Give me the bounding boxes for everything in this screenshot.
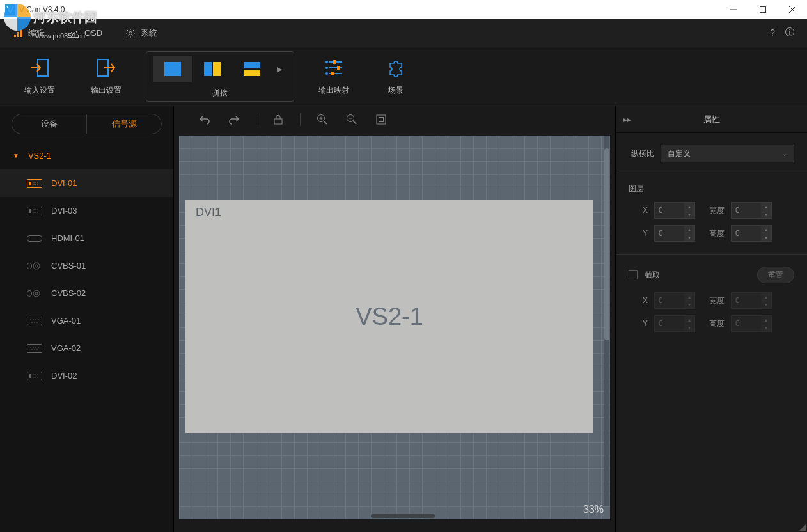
svg-point-46 bbox=[30, 319, 31, 320]
output-settings-button[interactable]: 输出设置 bbox=[79, 52, 133, 101]
canvas-viewport[interactable]: DVI1 VS2-1 33% bbox=[179, 136, 610, 519]
divider bbox=[256, 113, 256, 126]
reset-button[interactable]: 重置 bbox=[757, 267, 794, 283]
svg-rect-60 bbox=[29, 374, 31, 378]
crop-x-input[interactable]: ▲▼ bbox=[654, 292, 695, 309]
crop-width-label: 宽度 bbox=[701, 295, 725, 306]
svg-line-69 bbox=[324, 121, 327, 124]
svg-point-55 bbox=[35, 347, 36, 348]
source-item-label: HDMI-01 bbox=[51, 233, 84, 243]
source-item-dvi-03[interactable]: DVI-03 bbox=[0, 197, 173, 224]
chevron-right-icon: ▶ bbox=[277, 65, 282, 74]
scrollbar-horizontal[interactable] bbox=[179, 514, 604, 519]
crop-height-input[interactable]: ▲▼ bbox=[731, 315, 772, 332]
width-input[interactable]: ▲▼ bbox=[731, 202, 772, 219]
undo-button[interactable] bbox=[193, 109, 216, 130]
height-label: 高度 bbox=[701, 228, 725, 239]
svg-rect-18 bbox=[244, 70, 260, 76]
svg-point-8 bbox=[129, 31, 132, 35]
fit-button[interactable] bbox=[370, 109, 393, 130]
svg-point-50 bbox=[31, 322, 33, 323]
svg-rect-27 bbox=[331, 72, 334, 75]
help-button[interactable]: ? bbox=[770, 27, 775, 38]
crop-y-label: Y bbox=[634, 319, 648, 328]
menu-edit[interactable]: 编辑 bbox=[13, 27, 45, 39]
close-button[interactable] bbox=[778, 0, 807, 19]
splice-mode-horizontal[interactable] bbox=[232, 56, 272, 82]
input-settings-button[interactable]: 输入设置 bbox=[13, 52, 67, 101]
svg-rect-35 bbox=[29, 209, 31, 213]
svg-rect-14 bbox=[164, 62, 181, 76]
osd-icon bbox=[68, 29, 79, 38]
source-item-dvi-01[interactable]: DVI-01 bbox=[0, 169, 173, 197]
info-button[interactable] bbox=[785, 27, 794, 38]
source-item-vga-01[interactable]: VGA-01 bbox=[0, 307, 173, 334]
splice-label: 拼接 bbox=[212, 88, 228, 98]
svg-point-65 bbox=[35, 377, 36, 377]
source-item-label: CVBS-01 bbox=[51, 261, 86, 270]
svg-point-52 bbox=[36, 322, 38, 323]
canvas-toolbar bbox=[174, 106, 615, 133]
collapse-panel-button[interactable]: ▸▸ bbox=[623, 115, 631, 124]
puzzle-icon bbox=[385, 57, 407, 79]
x-input[interactable]: ▲▼ bbox=[654, 202, 695, 219]
svg-point-63 bbox=[37, 374, 38, 375]
cvbs-port-icon bbox=[27, 289, 42, 298]
left-panel: 设备 信号源 ▼ VS2-1 DVI-01DVI-03HDMI-01CVBS-0… bbox=[0, 106, 174, 532]
source-item-dvi-02[interactable]: DVI-02 bbox=[0, 362, 173, 389]
tree-root[interactable]: ▼ VS2-1 bbox=[0, 142, 173, 169]
zoom-out-button[interactable] bbox=[340, 109, 363, 130]
cvbs-port-icon bbox=[27, 262, 42, 270]
aspect-ratio-select[interactable]: 自定义 ⌄ bbox=[661, 145, 794, 162]
minimize-button[interactable] bbox=[719, 0, 748, 19]
source-item-cvbs-02[interactable]: CVBS-02 bbox=[0, 279, 173, 307]
crop-y-input[interactable]: ▲▼ bbox=[654, 315, 695, 332]
source-item-cvbs-01[interactable]: CVBS-01 bbox=[0, 252, 173, 279]
source-item-label: CVBS-02 bbox=[51, 288, 86, 298]
crop-checkbox[interactable] bbox=[629, 270, 638, 279]
layer-center-label: VS2-1 bbox=[356, 302, 423, 330]
source-item-vga-02[interactable]: VGA-02 bbox=[0, 334, 173, 362]
redo-button[interactable] bbox=[223, 109, 246, 130]
tab-source[interactable]: 信号源 bbox=[86, 114, 162, 134]
svg-rect-1 bbox=[760, 7, 766, 13]
source-item-label: VGA-02 bbox=[51, 343, 81, 353]
svg-point-19 bbox=[325, 61, 328, 63]
scene-button[interactable]: 场景 bbox=[373, 52, 418, 101]
splice-mode-vertical[interactable] bbox=[192, 56, 232, 82]
svg-rect-16 bbox=[213, 62, 221, 76]
svg-point-66 bbox=[37, 377, 38, 377]
layer-box[interactable]: DVI1 VS2-1 bbox=[185, 199, 593, 433]
svg-point-36 bbox=[33, 209, 34, 210]
svg-point-44 bbox=[33, 290, 40, 297]
svg-point-48 bbox=[35, 319, 36, 320]
tab-device[interactable]: 设备 bbox=[12, 114, 86, 134]
svg-rect-67 bbox=[274, 119, 282, 124]
x-label: X bbox=[634, 206, 648, 215]
output-mapping-button[interactable]: 输出映射 bbox=[307, 52, 361, 101]
y-input[interactable]: ▲▼ bbox=[654, 225, 695, 242]
lock-button[interactable] bbox=[267, 109, 290, 130]
source-item-hdmi-01[interactable]: HDMI-01 bbox=[0, 224, 173, 252]
svg-point-59 bbox=[36, 349, 38, 350]
crop-width-input[interactable]: ▲▼ bbox=[731, 292, 772, 309]
menu-system[interactable]: 系统 bbox=[125, 27, 157, 39]
svg-rect-5 bbox=[17, 32, 19, 37]
svg-point-33 bbox=[35, 184, 36, 185]
width-label: 宽度 bbox=[701, 205, 725, 216]
menu-osd[interactable]: OSD bbox=[68, 28, 102, 38]
zoom-in-button[interactable] bbox=[311, 109, 334, 130]
scrollbar-vertical[interactable] bbox=[604, 136, 609, 506]
chevron-down-icon: ⌄ bbox=[782, 150, 787, 157]
splice-mode-more[interactable]: ▶ bbox=[272, 56, 287, 82]
maximize-button[interactable] bbox=[748, 0, 778, 19]
height-input[interactable]: ▲▼ bbox=[731, 225, 772, 242]
splice-mode-full[interactable] bbox=[153, 56, 192, 82]
svg-point-56 bbox=[38, 347, 39, 348]
svg-point-42 bbox=[33, 263, 40, 269]
svg-point-43 bbox=[35, 265, 38, 267]
svg-point-51 bbox=[34, 322, 35, 323]
properties-title: 属性 bbox=[703, 114, 720, 125]
tree-root-label: VS2-1 bbox=[28, 151, 51, 160]
resize-grip[interactable] bbox=[798, 523, 806, 531]
